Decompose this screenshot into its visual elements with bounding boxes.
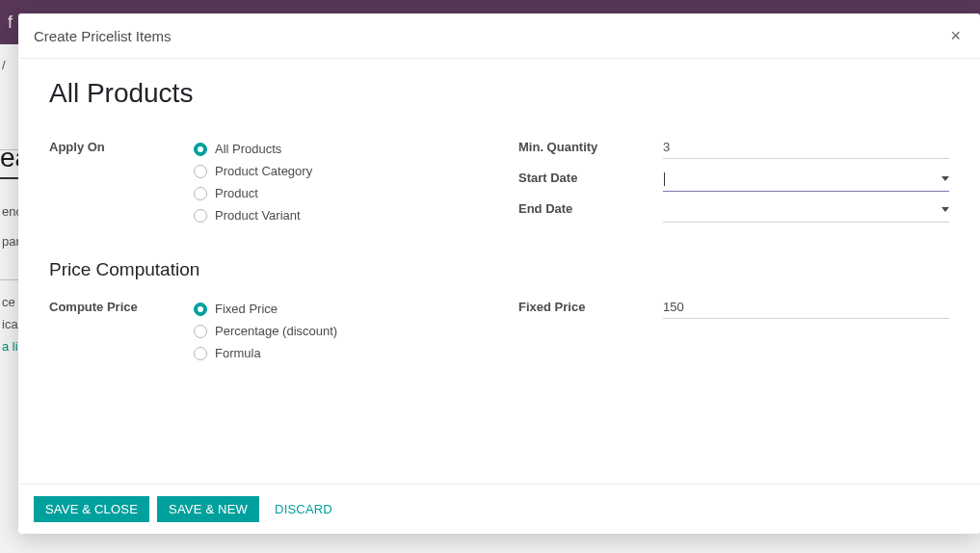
radio-label: Product bbox=[215, 186, 258, 200]
save-and-close-button[interactable]: Save & Close bbox=[34, 496, 149, 522]
fixed-price-input[interactable] bbox=[663, 298, 949, 319]
apply-on-all-products[interactable]: All Products bbox=[194, 138, 480, 160]
discard-button[interactable]: Discard bbox=[267, 496, 340, 522]
modal-footer: Save & Close Save & New Discard bbox=[18, 484, 980, 534]
modal-title: Create Pricelist Items bbox=[34, 28, 172, 44]
radio-icon bbox=[194, 165, 207, 178]
close-icon[interactable]: × bbox=[946, 25, 965, 46]
apply-on-label: Apply On bbox=[49, 136, 194, 154]
end-date-input[interactable] bbox=[663, 199, 938, 220]
compute-formula[interactable]: Formula bbox=[194, 342, 480, 364]
save-and-new-button[interactable]: Save & New bbox=[157, 496, 259, 522]
radio-icon bbox=[194, 325, 207, 338]
sheet-title: All Products bbox=[49, 78, 949, 109]
radio-label: Product Variant bbox=[215, 208, 301, 223]
apply-on-product-category[interactable]: Product Category bbox=[194, 160, 480, 182]
end-date-label: End Date bbox=[518, 198, 663, 216]
price-computation-heading: Price Computation bbox=[49, 259, 949, 280]
radio-icon bbox=[194, 347, 207, 360]
modal-body: All Products Apply On All Products Produ… bbox=[18, 59, 980, 484]
compute-fixed-price[interactable]: Fixed Price bbox=[194, 298, 480, 320]
apply-on-product-variant[interactable]: Product Variant bbox=[194, 204, 480, 226]
min-quantity-input[interactable] bbox=[663, 138, 949, 159]
radio-label: Formula bbox=[215, 346, 261, 360]
chevron-down-icon[interactable] bbox=[941, 207, 949, 212]
modal-header: Create Pricelist Items × bbox=[18, 13, 980, 59]
compute-price-label: Compute Price bbox=[49, 296, 194, 314]
start-date-label: Start Date bbox=[518, 167, 663, 185]
start-date-field[interactable] bbox=[663, 169, 949, 192]
fixed-price-label: Fixed Price bbox=[518, 296, 663, 314]
radio-icon bbox=[194, 143, 207, 156]
radio-icon bbox=[194, 209, 207, 223]
radio-icon bbox=[194, 187, 207, 200]
radio-label: Percentage (discount) bbox=[215, 324, 337, 338]
start-date-input[interactable] bbox=[665, 169, 938, 189]
radio-icon bbox=[194, 303, 207, 316]
radio-label: All Products bbox=[215, 142, 281, 156]
apply-on-product[interactable]: Product bbox=[194, 182, 480, 204]
end-date-field[interactable] bbox=[663, 199, 949, 223]
chevron-down-icon[interactable] bbox=[941, 176, 949, 181]
radio-label: Product Category bbox=[215, 164, 312, 178]
compute-percentage[interactable]: Percentage (discount) bbox=[194, 320, 480, 342]
min-quantity-label: Min. Quantity bbox=[518, 136, 663, 154]
radio-label: Fixed Price bbox=[215, 302, 278, 316]
create-pricelist-items-modal: Create Pricelist Items × All Products Ap… bbox=[18, 13, 980, 534]
